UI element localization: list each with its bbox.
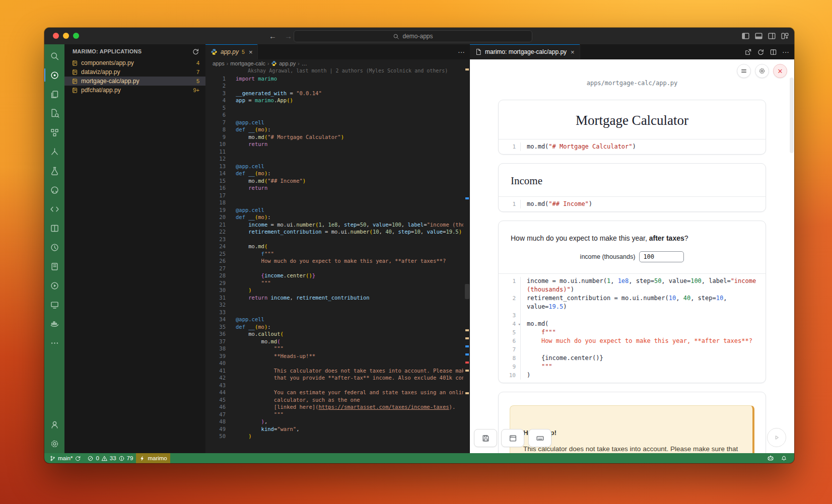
breadcrumb-item[interactable]: mortgage-calc xyxy=(230,60,265,66)
sidebar-item-components-app-py[interactable]: components/app.py 4 xyxy=(64,58,205,67)
code-line[interactable]: 15 mo.md("## Income") xyxy=(205,177,463,185)
code-line[interactable]: 23 xyxy=(205,236,463,243)
zoom-window-button[interactable] xyxy=(73,33,79,39)
preview-scrollbar[interactable] xyxy=(790,78,794,153)
activity-bar-item-explorer-icon[interactable] xyxy=(44,85,64,104)
nav-forward-button[interactable]: → xyxy=(285,32,292,40)
code-line[interactable]: 42 that you provide **after-tax** income… xyxy=(205,374,463,382)
code-line[interactable]: 11 xyxy=(205,148,463,156)
activity-bar-item-marimo-icon[interactable] xyxy=(44,65,64,85)
close-tab-icon[interactable]: × xyxy=(249,48,253,56)
toggle-panel-button[interactable] xyxy=(754,32,763,40)
code-line[interactable]: 9 mo.md("# Mortgage Calculator") xyxy=(205,133,463,141)
code-line[interactable]: 4app = marimo.App() xyxy=(205,97,463,104)
code-line[interactable]: 41 This calculator does not take taxes i… xyxy=(205,367,463,375)
problems-item[interactable]: 0 33 79 xyxy=(84,453,136,463)
code-line[interactable]: 4▾mo.md( xyxy=(499,320,766,328)
code-line[interactable]: 3 xyxy=(499,311,766,320)
nav-back-button[interactable]: ← xyxy=(269,32,276,40)
toggle-sidebar-button[interactable] xyxy=(741,32,750,40)
activity-bar-item-pipeline-icon[interactable] xyxy=(44,142,64,161)
code-line[interactable]: 45 calculator, such as the one xyxy=(205,396,463,404)
code-line[interactable]: 47 """ xyxy=(205,411,463,418)
code-line[interactable]: 5 f""" xyxy=(499,328,766,337)
run-all-button[interactable] xyxy=(767,428,786,447)
menu-button[interactable] xyxy=(737,64,751,78)
code-line[interactable]: 20def __(mo): xyxy=(205,213,463,221)
code-line[interactable]: 16 return xyxy=(205,184,463,192)
breadcrumb-item[interactable]: app.py xyxy=(279,60,296,66)
overview-ruler[interactable] xyxy=(463,67,470,453)
activity-bar-item-docker-icon[interactable] xyxy=(44,314,64,333)
notifications-item[interactable] xyxy=(778,453,790,463)
activity-bar-item-clock-icon[interactable] xyxy=(44,238,64,257)
tab-app-py[interactable]: app.py 5 × xyxy=(205,44,258,59)
reload-preview-icon[interactable] xyxy=(757,48,765,56)
sidebar-item-dataviz-app-py[interactable]: dataviz/app.py 7 xyxy=(64,67,205,77)
sidebar-item-pdfchat-app-py[interactable]: pdfchat/app.py 9+ xyxy=(64,86,205,95)
code-line[interactable]: 9 """ xyxy=(499,363,766,371)
tab-marimo-preview[interactable]: marimo: mortgage-calc/app.py × xyxy=(470,44,580,59)
split-editor-icon[interactable] xyxy=(770,48,777,56)
activity-bar-item-notebook-icon[interactable] xyxy=(44,257,64,276)
code-line[interactable]: 2 xyxy=(205,82,463,90)
cell-mortgage-calculator[interactable]: Mortgage Calculator 1mo.md("# Mortgage C… xyxy=(498,100,766,155)
activity-bar-item-more-icon[interactable] xyxy=(44,333,64,352)
code-line[interactable]: 50 ) xyxy=(205,433,463,440)
code-line[interactable]: 12 xyxy=(205,155,463,163)
code-line[interactable]: 3__generated_with = "0.0.14" xyxy=(205,90,463,97)
breadcrumb-item[interactable]: … xyxy=(302,60,307,66)
tab-overflow-button[interactable]: ··· xyxy=(458,48,465,56)
code-line[interactable]: 7 xyxy=(499,345,766,354)
shutdown-button[interactable]: ✕ xyxy=(773,64,787,78)
fold-chevron-icon[interactable]: ▾ xyxy=(518,320,521,329)
copilot-status-item[interactable] xyxy=(764,453,778,463)
code-line[interactable]: 24 mo.md( xyxy=(205,243,463,250)
code-line[interactable]: 28 {income.center()} xyxy=(205,272,463,279)
code-line[interactable]: 21 income = mo.ui.number(1, 1e8, step=50… xyxy=(205,221,463,229)
settings-button[interactable] xyxy=(755,64,769,78)
code-line[interactable]: 17 xyxy=(205,192,463,199)
code-line[interactable]: 18 xyxy=(205,199,463,206)
code-line[interactable]: 7@app.cell xyxy=(205,119,463,126)
code-editor[interactable]: Akshay Agrawal, last month | 2 authors (… xyxy=(205,67,463,453)
code-line[interactable]: 1income = mo.ui.number(1, 1e8, step=50, … xyxy=(499,277,766,294)
code-line[interactable]: 14def __(mo): xyxy=(205,170,463,177)
code-line[interactable]: 39 **Heads-up!** xyxy=(205,352,463,360)
command-center-search[interactable]: demo-apps xyxy=(294,30,532,42)
cell-income-input[interactable]: How much do you expect to make this year… xyxy=(498,221,766,383)
code-line[interactable]: 1mo.md("## Income") xyxy=(499,200,766,208)
code-line[interactable]: 10 return xyxy=(205,140,463,148)
code-line[interactable]: 1mo.md("# Mortgage Calculator") xyxy=(499,142,766,151)
code-line[interactable]: 25 f""" xyxy=(205,250,463,258)
shortcuts-button[interactable] xyxy=(528,429,551,447)
code-line[interactable]: 8def __(mo): xyxy=(205,126,463,133)
code-line[interactable]: 48 ), xyxy=(205,418,463,425)
code-line[interactable]: 29 """ xyxy=(205,279,463,287)
code-line[interactable]: 31 return income, retirement_contributio… xyxy=(205,294,463,302)
code-line[interactable]: 2retirement_contribution = mo.ui.number(… xyxy=(499,294,766,311)
code-line[interactable]: 26 How much do you expect to make this y… xyxy=(205,257,463,265)
code-line[interactable]: 32 xyxy=(205,301,463,309)
code-line[interactable]: 44 You can estimate your federal and sta… xyxy=(205,389,463,396)
cell-income[interactable]: Income 1mo.md("## Income") xyxy=(498,163,766,212)
breadcrumb-item[interactable]: apps xyxy=(213,60,225,66)
code-line[interactable]: 37 mo.md( xyxy=(205,338,463,345)
minimize-window-button[interactable] xyxy=(63,33,69,39)
save-button[interactable] xyxy=(474,429,497,447)
code-line[interactable]: 49 kind="warn", xyxy=(205,425,463,433)
code-line[interactable]: 36 mo.callout( xyxy=(205,330,463,338)
activity-bar-item-github-icon[interactable] xyxy=(44,180,64,199)
customize-layout-button[interactable] xyxy=(781,32,789,40)
code-line[interactable]: 30 ) xyxy=(205,286,463,294)
sync-icon[interactable] xyxy=(75,455,81,462)
activity-bar-item-code-arrows-icon[interactable] xyxy=(44,199,64,219)
activity-bar-item-symbols-icon[interactable] xyxy=(44,123,64,142)
activity-bar-item-layout-icon[interactable] xyxy=(44,219,64,238)
code-line[interactable]: 19@app.cell xyxy=(205,206,463,214)
sidebar-item-mortgage-calc-app-py[interactable]: mortgage-calc/app.py 5 xyxy=(64,77,205,86)
open-in-browser-button[interactable] xyxy=(501,429,524,447)
code-line[interactable]: 5 xyxy=(205,104,463,112)
refresh-icon[interactable] xyxy=(192,48,199,55)
code-line[interactable]: 43 xyxy=(205,382,463,389)
